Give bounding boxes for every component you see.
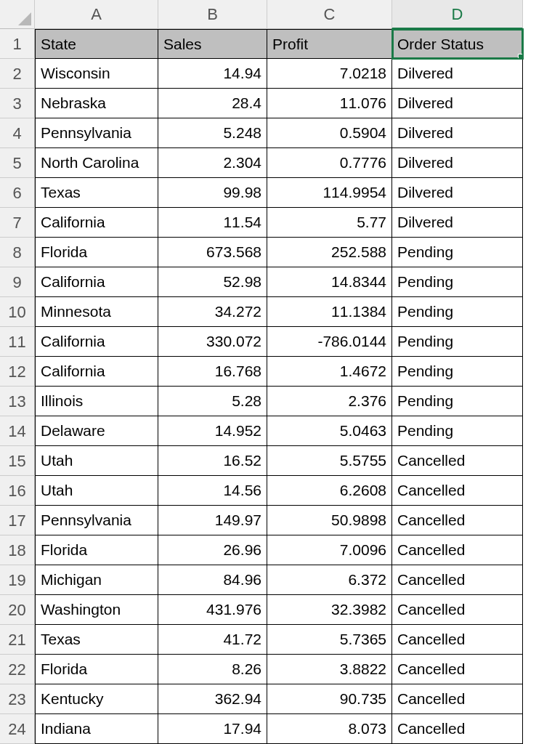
cell-22-b[interactable]: 8.26	[158, 655, 267, 684]
cell-21-b[interactable]: 41.72	[158, 625, 267, 655]
cell-5-b[interactable]: 2.304	[158, 148, 267, 178]
cell-19-a[interactable]: Michigan	[35, 565, 158, 595]
column-header-d[interactable]: D	[392, 0, 523, 29]
row-header-4[interactable]: 4	[0, 118, 35, 148]
cell-24-a[interactable]: Indiana	[35, 714, 158, 744]
cell-21-c[interactable]: 5.7365	[267, 625, 392, 655]
cell-14-a[interactable]: Delaware	[35, 416, 158, 446]
row-header-6[interactable]: 6	[0, 178, 35, 208]
cell-17-c[interactable]: 50.9898	[267, 506, 392, 535]
row-header-9[interactable]: 9	[0, 267, 35, 297]
row-header-18[interactable]: 18	[0, 535, 35, 565]
cell-5-a[interactable]: North Carolina	[35, 148, 158, 178]
cell-11-c[interactable]: -786.0144	[267, 327, 392, 357]
cell-11-d[interactable]: Pending	[392, 327, 523, 357]
cell-23-b[interactable]: 362.94	[158, 684, 267, 714]
cell-9-d[interactable]: Pending	[392, 267, 523, 297]
row-header-3[interactable]: 3	[0, 89, 35, 118]
cell-13-d[interactable]: Pending	[392, 387, 523, 416]
cell-10-c[interactable]: 11.1384	[267, 297, 392, 327]
cell-10-d[interactable]: Pending	[392, 297, 523, 327]
cell-19-c[interactable]: 6.372	[267, 565, 392, 595]
cell-8-a[interactable]: Florida	[35, 238, 158, 267]
row-header-8[interactable]: 8	[0, 238, 35, 267]
cell-14-c[interactable]: 5.0463	[267, 416, 392, 446]
cell-12-b[interactable]: 16.768	[158, 357, 267, 387]
cell-14-d[interactable]: Pending	[392, 416, 523, 446]
cell-20-d[interactable]: Cancelled	[392, 595, 523, 625]
cell-22-c[interactable]: 3.8822	[267, 655, 392, 684]
cell-17-d[interactable]: Cancelled	[392, 506, 523, 535]
row-header-1[interactable]: 1	[0, 29, 35, 59]
cell-2-c[interactable]: 7.0218	[267, 59, 392, 89]
cell-11-a[interactable]: California	[35, 327, 158, 357]
cell-13-a[interactable]: Illinois	[35, 387, 158, 416]
header-cell-state[interactable]: State	[35, 29, 158, 59]
cell-24-b[interactable]: 17.94	[158, 714, 267, 744]
cell-16-d[interactable]: Cancelled	[392, 476, 523, 506]
cell-15-d[interactable]: Cancelled	[392, 446, 523, 476]
select-all-corner[interactable]	[0, 0, 35, 29]
row-header-23[interactable]: 23	[0, 684, 35, 714]
row-header-22[interactable]: 22	[0, 655, 35, 684]
cell-10-b[interactable]: 34.272	[158, 297, 267, 327]
cell-22-a[interactable]: Florida	[35, 655, 158, 684]
cell-23-a[interactable]: Kentucky	[35, 684, 158, 714]
cell-11-b[interactable]: 330.072	[158, 327, 267, 357]
cell-15-b[interactable]: 16.52	[158, 446, 267, 476]
cell-9-c[interactable]: 14.8344	[267, 267, 392, 297]
header-cell-profit[interactable]: Profit	[267, 29, 392, 59]
cell-7-d[interactable]: Dilvered	[392, 208, 523, 238]
cell-2-b[interactable]: 14.94	[158, 59, 267, 89]
row-header-14[interactable]: 14	[0, 416, 35, 446]
cell-2-a[interactable]: Wisconsin	[35, 59, 158, 89]
cell-20-a[interactable]: Washington	[35, 595, 158, 625]
row-header-5[interactable]: 5	[0, 148, 35, 178]
cell-2-d[interactable]: Dilvered	[392, 59, 523, 89]
column-header-c[interactable]: C	[267, 0, 392, 29]
cell-15-a[interactable]: Utah	[35, 446, 158, 476]
cell-7-b[interactable]: 11.54	[158, 208, 267, 238]
cell-18-c[interactable]: 7.0096	[267, 535, 392, 565]
cell-5-c[interactable]: 0.7776	[267, 148, 392, 178]
row-header-7[interactable]: 7	[0, 208, 35, 238]
row-header-24[interactable]: 24	[0, 714, 35, 744]
cell-20-b[interactable]: 431.976	[158, 595, 267, 625]
cell-6-d[interactable]: Dilvered	[392, 178, 523, 208]
cell-3-a[interactable]: Nebraska	[35, 89, 158, 118]
row-header-12[interactable]: 12	[0, 357, 35, 387]
cell-10-a[interactable]: Minnesota	[35, 297, 158, 327]
cell-13-b[interactable]: 5.28	[158, 387, 267, 416]
cell-8-b[interactable]: 673.568	[158, 238, 267, 267]
cell-18-b[interactable]: 26.96	[158, 535, 267, 565]
cell-7-c[interactable]: 5.77	[267, 208, 392, 238]
cell-18-a[interactable]: Florida	[35, 535, 158, 565]
cell-4-d[interactable]: Dilvered	[392, 118, 523, 148]
cell-8-c[interactable]: 252.588	[267, 238, 392, 267]
row-header-20[interactable]: 20	[0, 595, 35, 625]
row-header-16[interactable]: 16	[0, 476, 35, 506]
cell-19-b[interactable]: 84.96	[158, 565, 267, 595]
cell-17-a[interactable]: Pennsylvania	[35, 506, 158, 535]
cell-4-a[interactable]: Pennsylvania	[35, 118, 158, 148]
cell-20-c[interactable]: 32.3982	[267, 595, 392, 625]
column-header-a[interactable]: A	[35, 0, 158, 29]
cell-12-a[interactable]: California	[35, 357, 158, 387]
row-header-19[interactable]: 19	[0, 565, 35, 595]
cell-23-c[interactable]: 90.735	[267, 684, 392, 714]
cell-13-c[interactable]: 2.376	[267, 387, 392, 416]
cell-6-c[interactable]: 114.9954	[267, 178, 392, 208]
cell-19-d[interactable]: Cancelled	[392, 565, 523, 595]
row-header-13[interactable]: 13	[0, 387, 35, 416]
cell-12-c[interactable]: 1.4672	[267, 357, 392, 387]
header-cell-order-status[interactable]: Order Status	[392, 29, 523, 59]
cell-24-c[interactable]: 8.073	[267, 714, 392, 744]
row-header-17[interactable]: 17	[0, 506, 35, 535]
row-header-10[interactable]: 10	[0, 297, 35, 327]
cell-18-d[interactable]: Cancelled	[392, 535, 523, 565]
header-cell-sales[interactable]: Sales	[158, 29, 267, 59]
cell-8-d[interactable]: Pending	[392, 238, 523, 267]
cell-4-b[interactable]: 5.248	[158, 118, 267, 148]
cell-6-b[interactable]: 99.98	[158, 178, 267, 208]
cell-17-b[interactable]: 149.97	[158, 506, 267, 535]
